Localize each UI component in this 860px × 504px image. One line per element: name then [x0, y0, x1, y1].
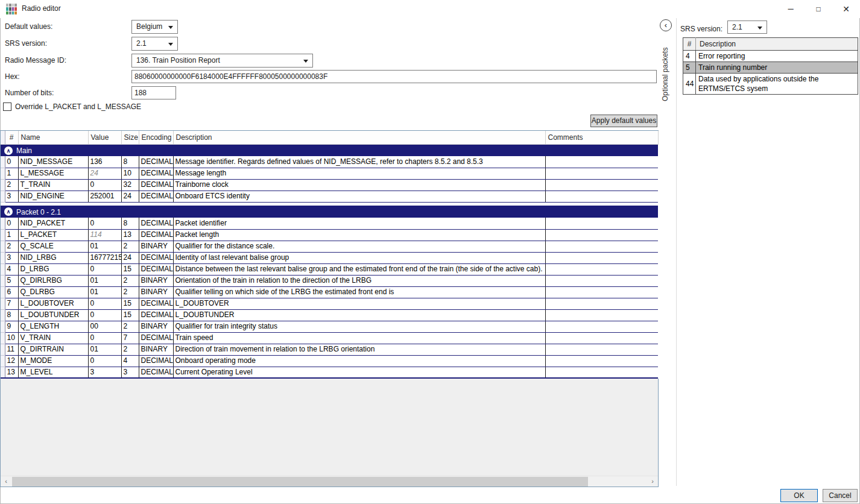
col-header-comments[interactable]: Comments: [545, 131, 658, 144]
collapse-group-icon[interactable]: ∧: [4, 146, 13, 155]
field-value[interactable]: 01: [88, 241, 121, 252]
close-icon[interactable]: ✕: [832, 0, 860, 18]
field-value[interactable]: 136: [88, 156, 121, 168]
row-header-cell[interactable]: [1, 191, 5, 202]
field-value[interactable]: 114: [88, 229, 121, 241]
row-header-cell[interactable]: [1, 355, 5, 367]
field-value[interactable]: 01: [88, 286, 121, 298]
col-header-index[interactable]: #: [5, 131, 18, 144]
field-row[interactable]: 3NID_ENGINE25200124DECIMALOnboard ETCS i…: [1, 191, 658, 202]
field-row[interactable]: 4D_LRBG015DECIMALDistance between the la…: [1, 263, 658, 275]
field-value[interactable]: 01: [88, 344, 121, 355]
field-comments[interactable]: [545, 252, 658, 263]
field-row[interactable]: 2T_TRAIN032DECIMALTrainborne clock: [1, 179, 658, 191]
field-row[interactable]: 12M_MODE04DECIMALOnboard operating mode: [1, 355, 658, 367]
field-comments[interactable]: [545, 179, 658, 191]
field-comments[interactable]: [545, 344, 658, 355]
packet-row[interactable]: 44Data used by applications outside the …: [683, 74, 858, 95]
col-header-size[interactable]: Size: [121, 131, 139, 144]
number-of-bits-input[interactable]: [131, 86, 176, 99]
field-value[interactable]: 0: [88, 355, 121, 367]
field-comments[interactable]: [545, 321, 658, 332]
row-header-cell[interactable]: [1, 275, 5, 286]
packet-row[interactable]: 5Train running number: [683, 62, 858, 74]
field-comments[interactable]: [545, 241, 658, 252]
field-row[interactable]: 11Q_DIRTRAIN012BINARYDirection of train …: [1, 344, 658, 355]
field-row[interactable]: 13M_LEVEL33DECIMALCurrent Operating Leve…: [1, 367, 658, 378]
maximize-icon[interactable]: □: [805, 0, 832, 18]
col-header-value[interactable]: Value: [88, 131, 121, 144]
col-header-name[interactable]: Name: [18, 131, 88, 144]
packet-row[interactable]: 4Error reporting: [683, 51, 858, 62]
field-value[interactable]: 0: [88, 179, 121, 191]
field-value[interactable]: 00: [88, 321, 121, 332]
field-comments[interactable]: [545, 355, 658, 367]
field-value[interactable]: 0: [88, 263, 121, 275]
ok-button[interactable]: OK: [780, 489, 818, 502]
row-header-cell[interactable]: [1, 229, 5, 241]
scroll-left-icon[interactable]: ‹: [1, 476, 11, 487]
hex-input[interactable]: [131, 70, 657, 83]
srs-version-select[interactable]: 2.1: [131, 37, 178, 51]
field-row[interactable]: 8L_DOUBTUNDER015DECIMALL_DOUBTUNDER: [1, 309, 658, 321]
row-header-cell[interactable]: [1, 321, 5, 332]
default-values-select[interactable]: Belgium: [131, 20, 178, 34]
field-value[interactable]: 0: [88, 332, 121, 344]
packets-col-description[interactable]: Description: [696, 38, 858, 51]
field-comments[interactable]: [545, 286, 658, 298]
packets-col-index[interactable]: #: [683, 38, 696, 51]
cancel-button[interactable]: Cancel: [823, 489, 858, 502]
scrollbar-thumb[interactable]: [12, 477, 588, 487]
group-header-row[interactable]: ∧Packet 0 - 2.1: [1, 206, 658, 218]
collapse-panel-button[interactable]: ‹: [660, 19, 672, 31]
row-header-cell[interactable]: [1, 218, 5, 229]
field-row[interactable]: 3NID_LRBG1677721524DECIMALIdentity of la…: [1, 252, 658, 263]
field-comments[interactable]: [545, 298, 658, 309]
scroll-right-icon[interactable]: ›: [647, 476, 658, 487]
field-value[interactable]: 0: [88, 218, 121, 229]
horizontal-scrollbar[interactable]: ‹ ›: [1, 476, 658, 487]
row-header-cell[interactable]: [1, 179, 5, 191]
row-header-cell[interactable]: [1, 344, 5, 355]
field-value[interactable]: 0: [88, 309, 121, 321]
field-comments[interactable]: [545, 229, 658, 241]
field-comments[interactable]: [545, 367, 658, 378]
row-header-cell[interactable]: [1, 241, 5, 252]
field-row[interactable]: 9Q_LENGTH002BINARYQualifier for train in…: [1, 321, 658, 332]
field-comments[interactable]: [545, 168, 658, 179]
group-header-row[interactable]: ∧Main: [1, 144, 658, 156]
row-header-cell[interactable]: [1, 156, 5, 168]
field-comments[interactable]: [545, 191, 658, 202]
field-value[interactable]: 24: [88, 168, 121, 179]
field-row[interactable]: 0NID_MESSAGE1368DECIMALMessage identifie…: [1, 156, 658, 168]
field-row[interactable]: 10V_TRAIN07DECIMALTrain speed: [1, 332, 658, 344]
field-comments[interactable]: [545, 309, 658, 321]
row-header-cell[interactable]: [1, 168, 5, 179]
field-comments[interactable]: [545, 275, 658, 286]
row-header-cell[interactable]: [1, 298, 5, 309]
field-row[interactable]: 2Q_SCALE012BINARYQualifier for the dista…: [1, 241, 658, 252]
field-comments[interactable]: [545, 218, 658, 229]
field-value[interactable]: 0: [88, 298, 121, 309]
minimize-icon[interactable]: ─: [777, 0, 805, 18]
panel-srs-version-select[interactable]: 2.1: [727, 20, 767, 34]
row-header-cell[interactable]: [1, 252, 5, 263]
radio-message-id-select[interactable]: 136. Train Position Report: [131, 54, 313, 68]
field-row[interactable]: 7L_DOUBTOVER015DECIMALL_DOUBTOVER: [1, 298, 658, 309]
row-header-cell[interactable]: [1, 286, 5, 298]
collapse-group-icon[interactable]: ∧: [4, 207, 13, 216]
field-value[interactable]: 252001: [88, 191, 121, 202]
apply-default-values-button[interactable]: Apply default values: [590, 115, 657, 127]
field-comments[interactable]: [545, 156, 658, 168]
field-row[interactable]: 0NID_PACKET08DECIMALPacket identifier: [1, 218, 658, 229]
row-header-cell[interactable]: [1, 309, 5, 321]
field-value[interactable]: 3: [88, 367, 121, 378]
row-header-cell[interactable]: [1, 263, 5, 275]
field-row[interactable]: 1L_PACKET11413DECIMALPacket length: [1, 229, 658, 241]
override-checkbox[interactable]: [3, 102, 11, 111]
field-row[interactable]: 1L_MESSAGE2410DECIMALMessage length: [1, 168, 658, 179]
field-comments[interactable]: [545, 263, 658, 275]
field-row[interactable]: 6Q_DLRBG012BINARYQualifier telling on wh…: [1, 286, 658, 298]
field-row[interactable]: 5Q_DIRLRBG012BINARYOrientation of the tr…: [1, 275, 658, 286]
field-value[interactable]: 16777215: [88, 252, 121, 263]
